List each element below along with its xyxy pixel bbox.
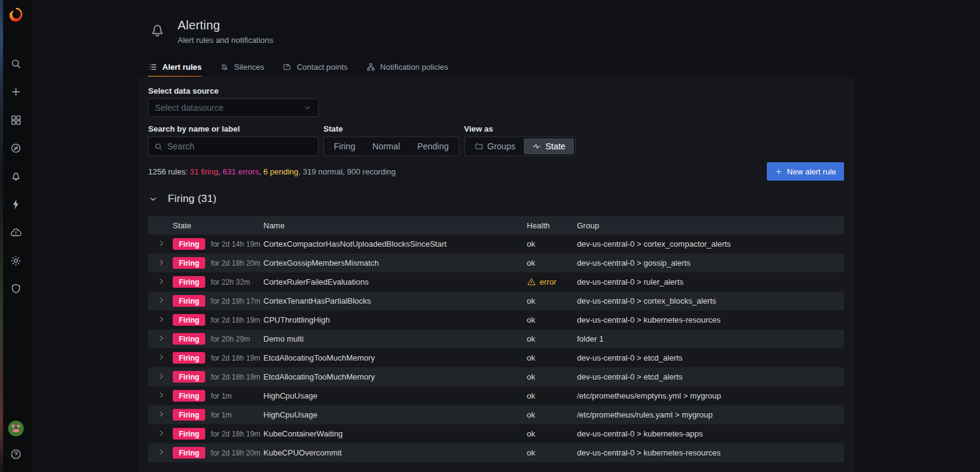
- row-state-cell: Firing for 2d 18h 20m: [173, 447, 263, 459]
- rule-health-text: ok: [527, 239, 535, 249]
- row-expand-cell: [148, 410, 173, 420]
- search-label: Search by name or label: [148, 124, 318, 133]
- rule-group: dev-us-central-0 > etcd_alerts: [577, 353, 844, 362]
- table-row: Firing for 20h 29m Demo multi ok folder …: [148, 329, 844, 348]
- tab-contact-points[interactable]: Contact points: [282, 62, 347, 72]
- grafana-logo[interactable]: [6, 4, 26, 25]
- rule-name: CortexRulerFailedEvaluations: [263, 277, 527, 287]
- firing-badge: Firing: [173, 428, 205, 440]
- row-expand-button[interactable]: [156, 372, 166, 382]
- table-body: Firing for 2d 14h 19m CortexCompactorHas…: [148, 234, 844, 462]
- row-expand-button[interactable]: [156, 334, 166, 344]
- rule-health-text: ok: [527, 429, 535, 438]
- alert-rules-table: State Name Health Group Firing for 2d 14…: [148, 216, 844, 462]
- sidebar-item-create[interactable]: [7, 83, 25, 101]
- row-state-cell: Firing for 2d 18h 19m: [173, 428, 263, 440]
- search-icon: [10, 58, 22, 70]
- user-avatar[interactable]: [8, 421, 24, 436]
- state-filter-pending[interactable]: Pending: [409, 138, 457, 154]
- row-state-cell: Firing for 2d 18h 19m: [173, 314, 263, 326]
- sidebar-nav: [7, 54, 25, 298]
- firing-group-label: Firing (31): [168, 193, 217, 205]
- background-edge-strip: [0, 0, 3, 472]
- sidebar-item-alerting[interactable]: [7, 167, 25, 185]
- row-expand-cell: [148, 258, 173, 268]
- search-icon: [154, 142, 163, 151]
- plus-icon: [775, 168, 783, 176]
- row-expand-cell: [148, 448, 173, 458]
- rules-other-counts: , 319 normal, 900 recording: [298, 167, 396, 176]
- row-expand-button[interactable]: [156, 315, 166, 325]
- rule-name: KubeContainerWaiting: [263, 429, 527, 438]
- stats-row: 1256 rules: 31 firing, 631 errors, 6 pen…: [148, 162, 844, 181]
- rule-health-text: ok: [527, 391, 535, 400]
- sidebar-item-configuration[interactable]: [7, 252, 25, 270]
- tab-notification-policies[interactable]: Notification policies: [366, 62, 448, 72]
- rule-health: ok: [527, 391, 577, 400]
- row-expand-button[interactable]: [156, 429, 166, 439]
- firing-duration: for 2d 18h 20m: [211, 449, 260, 457]
- row-expand-button[interactable]: [156, 296, 166, 306]
- chevron-right-icon: [157, 239, 165, 247]
- rule-health: ok: [527, 258, 577, 268]
- row-expand-button[interactable]: [156, 353, 166, 363]
- view-as-state[interactable]: State: [524, 138, 574, 154]
- row-expand-button[interactable]: [156, 448, 166, 458]
- sidebar-item-search[interactable]: [7, 54, 25, 73]
- tab-label: Contact points: [296, 62, 347, 72]
- content-panel: Select data source Select datasource Sea…: [138, 77, 854, 472]
- row-expand-button[interactable]: [156, 391, 166, 401]
- sidebar-item-live[interactable]: [7, 195, 25, 214]
- rule-name: HighCpuUsage: [263, 391, 527, 400]
- sidebar-item-dashboards[interactable]: [7, 111, 25, 129]
- rule-health-text: ok: [527, 410, 535, 419]
- chevron-right-icon: [157, 315, 165, 323]
- bell-icon: [10, 170, 22, 182]
- search-filter: Search by name or label: [148, 124, 318, 156]
- rule-health: ok: [527, 315, 577, 324]
- row-expand-button[interactable]: [156, 239, 166, 249]
- row-expand-button[interactable]: [156, 410, 166, 420]
- search-input[interactable]: [167, 141, 313, 151]
- datasource-select[interactable]: Select datasource: [148, 99, 318, 117]
- sidebar-item-help[interactable]: [7, 445, 25, 463]
- grafana-flame-icon: [7, 6, 24, 23]
- row-state-cell: Firing for 2d 18h 19m: [173, 371, 263, 383]
- sidebar-item-explore[interactable]: [7, 139, 25, 157]
- sidebar-item-cloud-alert[interactable]: [7, 223, 25, 242]
- row-expand-cell: [148, 353, 173, 363]
- sidebar-item-admin[interactable]: [7, 280, 25, 298]
- new-alert-rule-label: New alert rule: [787, 167, 836, 176]
- view-as-filter: View as Groups State: [464, 124, 576, 156]
- table-header: State Name Health Group: [148, 216, 844, 234]
- firing-badge: Firing: [173, 314, 205, 326]
- state-filter-normal[interactable]: Normal: [364, 138, 409, 154]
- row-expand-cell: [148, 372, 173, 382]
- firing-group-toggle[interactable]: Firing (31): [148, 192, 844, 206]
- rule-name: CortexTenantHasPartialBlocks: [263, 296, 527, 305]
- row-expand-button[interactable]: [156, 258, 166, 268]
- gear-icon: [10, 255, 22, 267]
- page-title: Alerting: [178, 18, 273, 32]
- row-expand-button[interactable]: [156, 277, 166, 287]
- warning-icon: [527, 277, 536, 287]
- tab-silences[interactable]: Silences: [220, 62, 264, 72]
- state-filter-firing[interactable]: Firing: [325, 138, 364, 154]
- tab-label: Alert rules: [162, 62, 202, 72]
- rule-group: folder 1: [577, 334, 844, 343]
- tab-alert-rules[interactable]: Alert rules: [148, 62, 202, 72]
- firing-badge: Firing: [173, 447, 205, 459]
- page-header-text: Alerting Alert rules and notifications: [178, 18, 273, 45]
- new-alert-rule-button[interactable]: New alert rule: [767, 162, 844, 181]
- datasource-label: Select data source: [148, 86, 844, 96]
- firing-duration: for 22h 32m: [211, 278, 250, 287]
- firing-badge: Firing: [173, 371, 205, 383]
- plus-icon: [10, 86, 22, 98]
- rules-errors-count: 631 errors: [222, 167, 258, 176]
- firing-badge: Firing: [173, 409, 205, 421]
- view-as-groups[interactable]: Groups: [466, 138, 524, 154]
- chevron-right-icon: [157, 277, 165, 285]
- apps-icon: [10, 114, 22, 126]
- chevron-right-icon: [157, 334, 165, 342]
- rule-group: dev-us-central-0 > gossip_alerts: [577, 258, 844, 268]
